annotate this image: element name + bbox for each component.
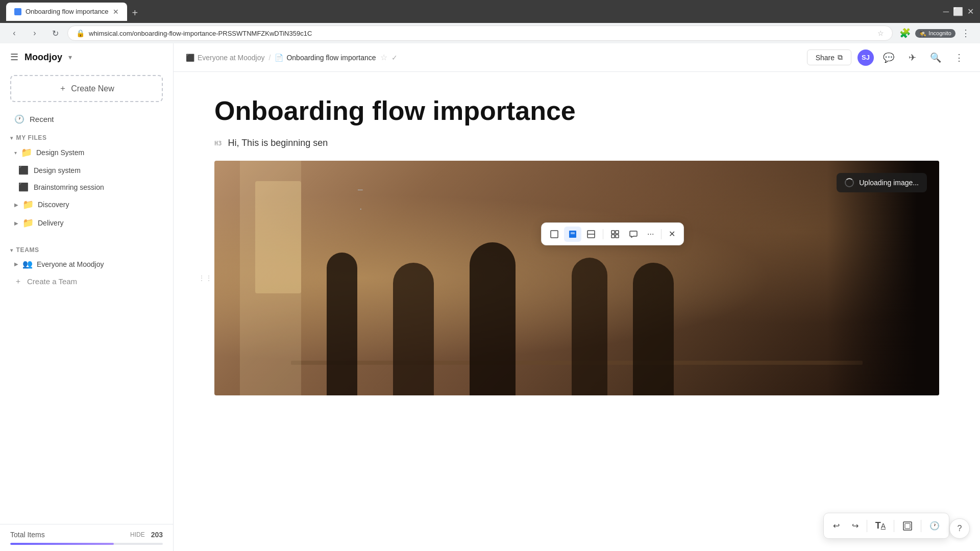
close-window-icon[interactable]: ✕ — [967, 7, 974, 16]
breadcrumb-separator: / — [269, 54, 271, 62]
help-button[interactable]: ? — [949, 518, 970, 539]
total-items-row: Total Items HIDE 203 — [10, 531, 163, 539]
ftb-close-button[interactable]: ✕ — [665, 226, 679, 242]
recent-label: Recent — [30, 115, 54, 123]
sidebar-footer: Total Items HIDE 203 — [0, 524, 173, 551]
my-files-section[interactable]: ▾ MY FILES — [0, 128, 173, 143]
back-button[interactable]: ‹ — [6, 25, 22, 41]
incognito-badge: 🕵 Incognito — [915, 29, 955, 38]
document-image[interactable] — [214, 161, 939, 395]
svg-rect-7 — [611, 235, 615, 238]
sidebar-nav: 🕐 Recent ▾ MY FILES ▾ 📁 Design System ⬛ … — [0, 106, 173, 524]
user-avatar[interactable]: SJ — [857, 49, 874, 66]
tab-title: Onboarding flow importance — [26, 8, 109, 15]
image-light-overlay — [240, 161, 301, 395]
frame-button[interactable] — [897, 516, 918, 535]
search-button[interactable]: 🔍 — [927, 49, 944, 66]
ftb-grid-button[interactable] — [606, 227, 624, 242]
star-button[interactable]: ☆ — [380, 53, 387, 62]
incognito-icon: 🕵 — [919, 30, 926, 37]
comments-button[interactable]: 💬 — [880, 49, 897, 66]
grid-icon — [610, 230, 620, 239]
svg-rect-10 — [905, 523, 910, 529]
breadcrumb-workspace[interactable]: ⬛ Everyone at Moodjoy — [186, 54, 265, 62]
teams-section[interactable]: ▾ TEAMS — [0, 240, 173, 256]
tab-close-btn[interactable]: ✕ — [113, 8, 119, 16]
ftb-divider1 — [603, 229, 603, 239]
more-options-button[interactable]: ⋮ — [950, 49, 968, 66]
toolbar-divider2 — [894, 520, 894, 532]
incognito-label: Incognito — [928, 30, 951, 36]
file-design-system-board[interactable]: ⬛ Design system — [0, 162, 173, 179]
maximize-icon[interactable]: ⬜ — [953, 7, 963, 16]
file-brainstorming-session[interactable]: ⬛ Brainstomring session — [0, 179, 173, 195]
my-files-label: MY FILES — [16, 134, 47, 141]
folder-chevron-icon: ▾ — [14, 150, 17, 156]
redo-button[interactable]: ↪ — [847, 516, 864, 535]
sidebar: ☰ Moodjoy ▾ ＋ Create New 🕐 Recent ▾ MY F… — [0, 43, 174, 551]
nav-actions: 🧩 🕵 Incognito ⋮ — [897, 25, 974, 41]
editor[interactable]: − · Onboarding flow importance H3 Hi, Th… — [174, 72, 980, 551]
create-new-button[interactable]: ＋ Create New — [10, 75, 163, 102]
create-team-item[interactable]: ＋ Create a Team — [4, 272, 169, 290]
topbar: ⬛ Everyone at Moodjoy / 📄 Onboarding flo… — [174, 43, 980, 72]
active-tab[interactable]: Onboarding flow importance ✕ — [6, 3, 127, 21]
plus-team-icon: ＋ — [14, 277, 22, 286]
team-icon: 👥 — [22, 259, 33, 269]
share-icon: ⧉ — [838, 53, 843, 62]
help-icon: ? — [958, 524, 962, 533]
sidebar-toggle-button[interactable]: ☰ — [10, 52, 18, 63]
drag-handle[interactable]: ⋮⋮ — [198, 274, 212, 282]
folder-delivery[interactable]: ▶ 📁 Delivery — [0, 214, 173, 232]
uploading-badge: Uploading image... — [837, 173, 927, 192]
create-team-label: Create a Team — [27, 277, 77, 286]
svg-rect-5 — [611, 231, 615, 234]
lock-icon: 🔒 — [76, 29, 85, 37]
breadcrumb: ⬛ Everyone at Moodjoy / 📄 Onboarding flo… — [186, 53, 398, 62]
layout1-icon — [550, 230, 559, 239]
share-alt-button[interactable]: ✈ — [903, 49, 921, 66]
layout3-icon — [586, 230, 596, 239]
forward-button[interactable]: › — [27, 25, 43, 41]
menu-button[interactable]: ⋮ — [958, 25, 974, 41]
frame-icon — [902, 521, 913, 531]
document-title: Onboarding flow importance — [214, 96, 939, 126]
text-format-button[interactable]: T A — [870, 516, 891, 535]
app: ☰ Moodjoy ▾ ＋ Create New 🕐 Recent ▾ MY F… — [0, 43, 980, 551]
teams-label: TEAMS — [16, 246, 39, 254]
folder-discovery[interactable]: ▶ 📁 Discovery — [0, 195, 173, 214]
extensions-button[interactable]: 🧩 — [897, 25, 913, 41]
svg-rect-9 — [903, 522, 912, 530]
topbar-actions: Share ⧉ SJ 💬 ✈ 🔍 ⋮ — [807, 49, 968, 66]
folder-name: Design System — [36, 148, 84, 157]
sidebar-item-recent[interactable]: 🕐 Recent — [4, 110, 169, 128]
ftb-layout1-button[interactable] — [546, 227, 563, 242]
ftb-layout3-button[interactable] — [582, 227, 600, 242]
redo-icon: ↪ — [852, 521, 859, 531]
new-tab-button[interactable]: + — [128, 5, 142, 21]
breadcrumb-workspace-label: Everyone at Moodjoy — [198, 54, 265, 62]
history-button[interactable]: 🕐 — [924, 516, 945, 535]
ftb-comment-button[interactable] — [625, 227, 642, 242]
ftb-layout2-button[interactable] — [564, 227, 581, 242]
address-bar[interactable]: 🔒 whimsical.com/onboarding-flow-importan… — [67, 26, 893, 41]
layout2-icon — [568, 230, 577, 239]
image-container: ⋮⋮ — [214, 161, 939, 395]
reload-button[interactable]: ↻ — [47, 25, 63, 41]
minimize-icon[interactable]: ─ — [943, 7, 949, 16]
hide-button[interactable]: HIDE — [130, 531, 145, 538]
share-button[interactable]: Share ⧉ — [807, 49, 851, 65]
breadcrumb-current-doc: 📄 Onboarding flow importance — [275, 54, 376, 62]
star-icon[interactable]: ☆ — [877, 29, 884, 37]
tab-favicon — [14, 8, 21, 15]
undo-button[interactable]: ↩ — [828, 516, 845, 535]
text-format2-icon: A — [881, 522, 886, 530]
ftb-more-button[interactable]: ··· — [643, 227, 658, 242]
workspace-chevron-icon: ▾ — [68, 53, 72, 61]
folder-design-system[interactable]: ▾ 📁 Design System — [0, 143, 173, 162]
storage-progress-bar — [10, 543, 163, 545]
team-everyone[interactable]: ▶ 👥 Everyone at Moodjoy — [0, 256, 173, 272]
subtitle-text: Hi, This is beginning sen — [228, 138, 328, 148]
folder-icon: 📁 — [21, 147, 32, 158]
team-name: Everyone at Moodjoy — [37, 260, 104, 268]
